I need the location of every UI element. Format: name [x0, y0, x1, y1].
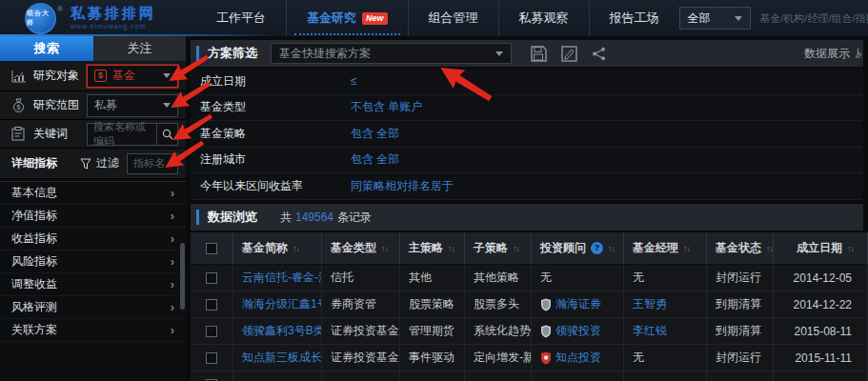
svg-text:$: $ — [17, 104, 21, 110]
sort-icon[interactable]: ↑↓ — [847, 244, 854, 253]
chart-icon — [11, 70, 28, 83]
sidebar-item-basic-info[interactable]: 基本信息 › — [0, 182, 186, 205]
sidebar-item-return-indicators[interactable]: 收益指标 › — [0, 228, 186, 251]
sort-icon[interactable]: ↑↓ — [766, 244, 773, 253]
sub-strategy-cell: 定向增发-新.. — [465, 345, 532, 371]
sub-strategy-cell: 系统化趋势 — [465, 318, 532, 345]
row-checkbox[interactable] — [206, 352, 217, 364]
sort-icon[interactable]: ↑↓ — [513, 244, 519, 253]
save-as-button[interactable] — [561, 46, 577, 62]
search-button[interactable] — [156, 124, 177, 145]
manager-cell: 无 — [624, 265, 707, 291]
column-header-fund-type[interactable]: 基金类型 ↑↓ — [322, 232, 400, 265]
sidebar-item-adjusted-return[interactable]: 调整收益 › — [0, 273, 186, 296]
global-search-input[interactable]: 基金/机构/经理/组合/指数/ — [759, 11, 868, 26]
tab-search[interactable]: 搜索 — [0, 36, 93, 61]
fund-name-link[interactable]: 领骏鑫利3号B类 — [233, 318, 322, 345]
help-icon[interactable]: ? — [591, 242, 603, 254]
fund-name-link[interactable]: 云南信托-睿金-汇.. — [233, 265, 322, 291]
sort-icon[interactable]: ↑↓ — [608, 244, 615, 253]
sub-strategy-cell: 其他策略 — [465, 265, 532, 291]
tab-follow[interactable]: 关注 — [93, 36, 187, 61]
research-object-select[interactable]: $ 基金 — [87, 65, 178, 88]
sort-icon[interactable]: ↑↓ — [381, 244, 388, 253]
fund-name-link[interactable]: 瀚海分级汇鑫1号B — [233, 291, 322, 318]
chevron-right-icon: › — [171, 254, 174, 269]
status-cell: 封闭运行 — [707, 265, 774, 291]
search-icon — [162, 129, 173, 140]
accent-bar — [196, 46, 199, 61]
sort-icon[interactable]: ↑↓ — [293, 244, 299, 253]
filter-value-link[interactable]: 不包含 单账户 — [351, 99, 422, 115]
date-cell: 2014-12-22 — [774, 291, 868, 318]
caret-down-icon — [163, 73, 171, 78]
chevron-right-icon: › — [171, 323, 174, 337]
new-badge: New — [362, 12, 388, 25]
manager-link[interactable]: 王智勇 — [624, 291, 707, 318]
row-checkbox[interactable] — [206, 272, 217, 284]
column-header-established[interactable]: 成立日期 ↑↓ — [774, 232, 868, 265]
column-header-advisor[interactable]: 投资顾问 ? ↑↓ — [532, 232, 624, 265]
status-cell: 到期清算 — [707, 318, 774, 345]
plan-actions — [531, 46, 606, 62]
status-cell: 封闭运行 — [707, 345, 774, 371]
chevron-right-icon: › — [171, 186, 174, 200]
nav-item-report-factory[interactable]: 报告工场 — [589, 0, 679, 36]
nav-item-observe[interactable]: 私募观察 — [498, 0, 589, 36]
sidebar-item-nav-indicators[interactable]: 净值指标 › — [0, 205, 186, 228]
date-cell: 2014-12-05 — [774, 265, 868, 291]
search-scope-select[interactable]: 全部 — [679, 7, 752, 30]
data-display-link[interactable]: 数据展示 从 — [804, 46, 863, 62]
detail-indicator-title: 详细指标 — [11, 155, 69, 171]
research-object-label: 研究对象 — [33, 68, 87, 84]
nav-item-workbench[interactable]: 工作平台 — [196, 0, 286, 36]
research-scope-select[interactable]: 私募 — [87, 94, 178, 117]
row-checkbox[interactable] — [206, 326, 217, 337]
keyword-input[interactable]: 搜索名称或编码 — [88, 124, 156, 145]
column-header-status[interactable]: 基金状态 ↑↓ — [707, 232, 774, 265]
share-button[interactable] — [592, 47, 606, 61]
date-cell: 2015-11-11 — [774, 345, 868, 371]
filter-toggle[interactable]: 过滤 — [80, 155, 119, 171]
select-all-checkbox[interactable] — [206, 243, 217, 254]
plan-select[interactable]: 基金快捷搜索方案 — [271, 43, 512, 64]
save-button[interactable] — [531, 46, 547, 62]
filter-funnel-icon — [80, 158, 91, 170]
sidebar-item-related-plans[interactable]: 关联方案 › — [0, 319, 186, 342]
caret-down-icon — [495, 51, 503, 56]
sort-icon[interactable]: ↑↓ — [683, 244, 690, 253]
nav-item-portfolio[interactable]: 组合管理 — [408, 0, 498, 36]
filter-value-link[interactable]: 同策略相对排名居于 — [351, 178, 454, 194]
filter-row-fund-strategy: 基金策略 包含 全部 — [191, 121, 863, 148]
record-count: 共149564条记录 — [280, 210, 372, 226]
sidebar-scrollbar[interactable] — [180, 243, 185, 310]
chevron-right-icon: › — [171, 300, 174, 314]
fund-type-cell: 证券投资基金 — [322, 345, 400, 371]
manager-cell: 无 — [624, 345, 707, 371]
advisor-link[interactable]: 瀚海证券 — [532, 291, 624, 318]
nav-item-fund-research[interactable]: 基金研究 New — [286, 0, 408, 36]
filter-value-link[interactable]: ≤ — [351, 74, 357, 88]
indicator-filter-input[interactable]: 指标名 — [127, 153, 178, 174]
brand-logo-icon: 组合大师 — [25, 3, 56, 34]
filter-value-link[interactable]: 包含 全部 — [351, 151, 399, 168]
column-header-fund-name[interactable]: 基金简称 ↑↓ — [233, 232, 322, 265]
main-strategy-cell: 事件驱动 — [400, 345, 465, 371]
app-window: 组合大师 ® 私募排排网 www.simuwang.com 工作平台 基金研究 … — [0, 0, 868, 381]
column-header-manager[interactable]: 基金经理 ↑↓ — [624, 232, 707, 265]
advisor-link[interactable]: 知点投资 — [532, 345, 624, 371]
row-checkbox[interactable] — [206, 299, 217, 311]
status-cell: 到期清算 — [707, 291, 774, 318]
sort-icon[interactable]: ↑↓ — [448, 244, 454, 253]
manager-link[interactable]: 李红锐 — [624, 318, 707, 345]
column-header-main-strategy[interactable]: 主策略 ↑↓ — [400, 232, 465, 265]
plan-filter-bar: 方案筛选 基金快捷搜索方案 数据展示 从 — [191, 40, 863, 67]
chevron-right-icon: › — [171, 231, 174, 246]
sidebar-item-risk-indicators[interactable]: 风险指标 › — [0, 251, 186, 273]
advisor-link[interactable]: 领骏投资 — [532, 318, 624, 345]
column-header-sub-strategy[interactable]: 子策略 ↑↓ — [465, 232, 532, 265]
filter-value-link[interactable]: 包含 全部 — [351, 126, 399, 142]
fund-name-link[interactable]: 知点新三板成长二号 — [233, 345, 322, 371]
sidebar-item-style-evaluation[interactable]: 风格评测 › — [0, 296, 186, 319]
brand-subtitle: www.simuwang.com — [71, 23, 156, 30]
